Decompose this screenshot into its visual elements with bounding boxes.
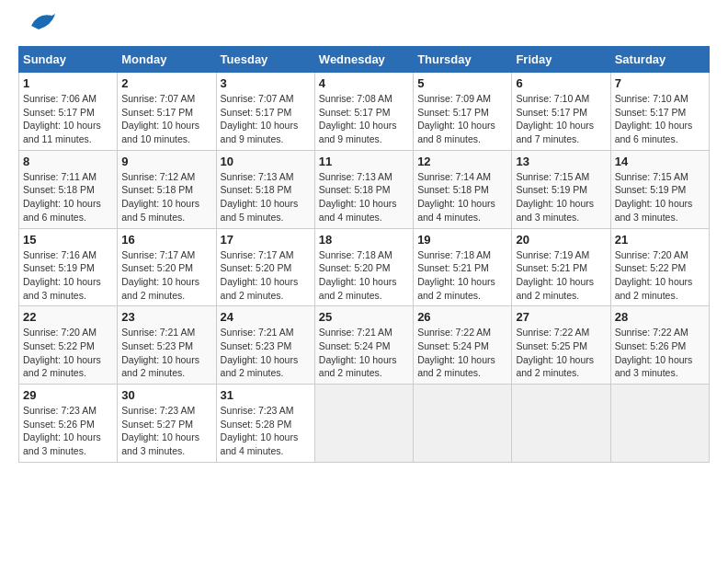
calendar-day-cell: 27 Sunrise: 7:22 AM Sunset: 5:25 PM Dayl… bbox=[512, 306, 610, 385]
sunrise-time: 7:16 AM bbox=[61, 249, 97, 260]
sunset-label: Sunset: bbox=[615, 262, 651, 273]
daylight-label: Daylight: bbox=[319, 276, 359, 287]
day-number: 24 bbox=[221, 310, 311, 324]
sunset-time: 5:28 PM bbox=[256, 419, 291, 430]
sunrise-label: Sunrise: bbox=[516, 93, 553, 104]
sunrise-time: 7:21 AM bbox=[160, 327, 196, 338]
sunrise-label: Sunrise: bbox=[121, 405, 159, 416]
sunset-label: Sunset: bbox=[221, 340, 256, 351]
calendar-header-friday: Friday bbox=[512, 47, 610, 73]
sunrise-label: Sunrise: bbox=[23, 93, 61, 104]
sunset-label: Sunset: bbox=[221, 184, 256, 195]
sunrise-label: Sunrise: bbox=[516, 171, 553, 182]
day-number: 6 bbox=[516, 76, 606, 90]
daylight-label: Daylight: bbox=[23, 276, 63, 287]
calendar-day-cell: 3 Sunrise: 7:07 AM Sunset: 5:17 PM Dayli… bbox=[216, 73, 314, 151]
daylight-label: Daylight: bbox=[516, 354, 556, 365]
logo bbox=[18, 18, 55, 37]
sunrise-label: Sunrise: bbox=[615, 327, 653, 338]
sunset-label: Sunset: bbox=[615, 340, 651, 351]
day-number: 21 bbox=[615, 233, 705, 247]
logo-bird-icon bbox=[22, 9, 55, 37]
day-info: Sunrise: 7:10 AM Sunset: 5:17 PM Dayligh… bbox=[615, 92, 705, 146]
sunset-time: 5:27 PM bbox=[157, 419, 193, 430]
day-number: 7 bbox=[615, 76, 705, 90]
day-info: Sunrise: 7:23 AM Sunset: 5:28 PM Dayligh… bbox=[221, 404, 311, 458]
sunrise-time: 7:17 AM bbox=[160, 249, 196, 260]
day-info: Sunrise: 7:15 AM Sunset: 5:19 PM Dayligh… bbox=[516, 170, 606, 224]
sunrise-label: Sunrise: bbox=[615, 93, 653, 104]
sunrise-label: Sunrise: bbox=[417, 249, 455, 260]
sunrise-label: Sunrise: bbox=[221, 93, 258, 104]
sunrise-time: 7:15 AM bbox=[554, 171, 590, 182]
sunset-label: Sunset: bbox=[121, 107, 157, 118]
sunrise-time: 7:06 AM bbox=[61, 93, 97, 104]
sunset-label: Sunset: bbox=[516, 262, 552, 273]
calendar-day-cell bbox=[314, 385, 413, 463]
sunrise-time: 7:23 AM bbox=[160, 405, 196, 416]
sunrise-time: 7:22 AM bbox=[456, 327, 492, 338]
day-info: Sunrise: 7:22 AM Sunset: 5:25 PM Dayligh… bbox=[516, 326, 606, 380]
day-number: 18 bbox=[319, 233, 409, 247]
sunrise-time: 7:22 AM bbox=[554, 327, 590, 338]
sunrise-time: 7:23 AM bbox=[258, 405, 294, 416]
day-info: Sunrise: 7:22 AM Sunset: 5:24 PM Dayligh… bbox=[417, 326, 507, 380]
day-info: Sunrise: 7:11 AM Sunset: 5:18 PM Dayligh… bbox=[23, 170, 113, 224]
daylight-label: Daylight: bbox=[23, 198, 63, 209]
day-number: 11 bbox=[319, 155, 409, 168]
day-number: 25 bbox=[319, 310, 409, 324]
sunset-label: Sunset: bbox=[23, 340, 59, 351]
day-info: Sunrise: 7:21 AM Sunset: 5:23 PM Dayligh… bbox=[221, 326, 311, 380]
sunset-label: Sunset: bbox=[221, 262, 256, 273]
day-info: Sunrise: 7:19 AM Sunset: 5:21 PM Dayligh… bbox=[516, 248, 606, 303]
calendar-header-saturday: Saturday bbox=[610, 47, 709, 73]
calendar-day-cell: 29 Sunrise: 7:23 AM Sunset: 5:26 PM Dayl… bbox=[19, 385, 118, 463]
page-header bbox=[18, 18, 710, 37]
day-info: Sunrise: 7:22 AM Sunset: 5:26 PM Dayligh… bbox=[615, 326, 705, 380]
day-number: 30 bbox=[121, 388, 211, 402]
sunset-label: Sunset: bbox=[121, 262, 157, 273]
sunset-time: 5:18 PM bbox=[157, 184, 193, 195]
sunrise-time: 7:10 AM bbox=[653, 93, 688, 104]
calendar-week-row: 15 Sunrise: 7:16 AM Sunset: 5:19 PM Dayl… bbox=[19, 228, 710, 306]
sunrise-label: Sunrise: bbox=[319, 93, 357, 104]
day-info: Sunrise: 7:12 AM Sunset: 5:18 PM Dayligh… bbox=[121, 170, 211, 224]
sunset-label: Sunset: bbox=[121, 419, 157, 430]
daylight-label: Daylight: bbox=[615, 354, 655, 365]
sunset-label: Sunset: bbox=[417, 184, 453, 195]
sunset-time: 5:17 PM bbox=[157, 107, 193, 118]
sunrise-time: 7:12 AM bbox=[160, 171, 196, 182]
calendar-day-cell: 28 Sunrise: 7:22 AM Sunset: 5:26 PM Dayl… bbox=[610, 306, 709, 385]
daylight-label: Daylight: bbox=[615, 276, 655, 287]
sunrise-time: 7:13 AM bbox=[258, 171, 294, 182]
sunset-label: Sunset: bbox=[121, 184, 157, 195]
day-info: Sunrise: 7:20 AM Sunset: 5:22 PM Dayligh… bbox=[23, 326, 113, 380]
day-number: 2 bbox=[121, 76, 211, 90]
sunset-label: Sunset: bbox=[319, 262, 355, 273]
day-number: 14 bbox=[615, 155, 705, 168]
daylight-label: Daylight: bbox=[615, 120, 655, 131]
calendar-day-cell: 2 Sunrise: 7:07 AM Sunset: 5:17 PM Dayli… bbox=[118, 73, 216, 151]
day-number: 3 bbox=[221, 76, 311, 90]
day-info: Sunrise: 7:23 AM Sunset: 5:26 PM Dayligh… bbox=[23, 404, 113, 458]
calendar-day-cell: 31 Sunrise: 7:23 AM Sunset: 5:28 PM Dayl… bbox=[216, 385, 314, 463]
sunset-label: Sunset: bbox=[221, 419, 256, 430]
sunrise-label: Sunrise: bbox=[417, 327, 455, 338]
calendar-header-thursday: Thursday bbox=[414, 47, 512, 73]
sunset-label: Sunset: bbox=[319, 184, 355, 195]
sunrise-time: 7:08 AM bbox=[357, 93, 392, 104]
daylight-label: Daylight: bbox=[615, 198, 655, 209]
sunrise-label: Sunrise: bbox=[121, 171, 159, 182]
sunset-label: Sunset: bbox=[319, 340, 355, 351]
sunset-label: Sunset: bbox=[615, 184, 651, 195]
calendar-header-wednesday: Wednesday bbox=[314, 47, 413, 73]
calendar-day-cell: 19 Sunrise: 7:18 AM Sunset: 5:21 PM Dayl… bbox=[414, 228, 512, 306]
calendar-day-cell: 10 Sunrise: 7:13 AM Sunset: 5:18 PM Dayl… bbox=[216, 150, 314, 228]
day-info: Sunrise: 7:18 AM Sunset: 5:21 PM Dayligh… bbox=[417, 248, 507, 303]
calendar-day-cell: 11 Sunrise: 7:13 AM Sunset: 5:18 PM Dayl… bbox=[314, 150, 413, 228]
daylight-label: Daylight: bbox=[221, 276, 261, 287]
calendar-week-row: 8 Sunrise: 7:11 AM Sunset: 5:18 PM Dayli… bbox=[19, 150, 710, 228]
day-number: 13 bbox=[516, 155, 606, 168]
day-number: 20 bbox=[516, 233, 606, 247]
day-info: Sunrise: 7:08 AM Sunset: 5:17 PM Dayligh… bbox=[319, 92, 409, 146]
